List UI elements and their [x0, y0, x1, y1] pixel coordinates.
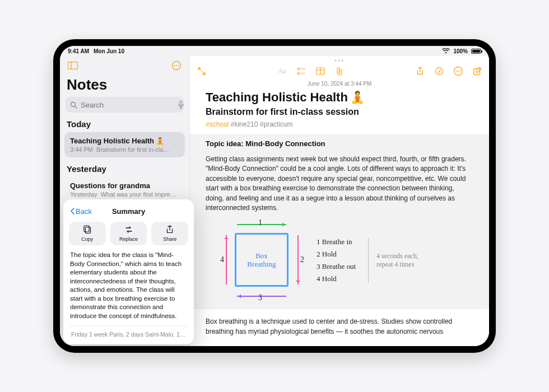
tag-school[interactable]: #school: [206, 120, 229, 128]
topic-heading: Topic idea: Mind-Body Connection: [206, 139, 473, 148]
section-today: Today: [60, 113, 189, 132]
attachment-icon[interactable]: [334, 66, 345, 76]
search-input[interactable]: [81, 101, 175, 109]
note-paragraph-1: Getting class assignments next week but …: [206, 155, 473, 213]
sketch-box-label: Box Breathing: [235, 233, 289, 287]
note-tags: #school #kine210 #practicum: [206, 120, 473, 128]
note-paragraph-2: Box breathing is a technique used to cen…: [206, 317, 473, 337]
summary-text: The topic idea for the class is "Mind-Bo…: [69, 251, 188, 320]
section-yesterday: Yesterday: [60, 157, 189, 177]
svg-rect-0: [68, 62, 78, 69]
table-icon[interactable]: [315, 66, 325, 76]
replace-icon: [113, 225, 145, 234]
step-2: 2 Hold: [317, 250, 356, 259]
box-breathing-sketch: Box Breathing 1 2 3 4 1 Breathe in 2 Hol…: [220, 218, 473, 302]
note-subtitle: Brainstorm for first in-class session: [206, 107, 473, 117]
svg-point-22: [460, 71, 461, 72]
svg-point-4: [176, 65, 177, 66]
share-label: Share: [153, 236, 186, 242]
compose-icon[interactable]: [472, 66, 482, 76]
wifi-icon: [442, 48, 450, 54]
share-button[interactable]: Share: [151, 222, 188, 245]
svg-point-13: [297, 72, 300, 74]
search-icon: [70, 101, 77, 109]
search-field[interactable]: [66, 97, 184, 113]
note-item-title: Teaching Holistic Health: [70, 137, 154, 145]
ipad-frame: 9:41 AM Mon Jun 10 100%: [53, 39, 496, 353]
fullscreen-icon[interactable]: [197, 66, 207, 76]
svg-point-21: [458, 71, 459, 72]
note-body[interactable]: Teaching Holistic Health 🧘 Brainstorm fo…: [190, 87, 489, 346]
replace-label: Replace: [113, 236, 145, 242]
sketch-num-4: 4: [220, 255, 224, 264]
note-item-selected[interactable]: Teaching Holistic Health 🧘 3:44 PM Brain…: [64, 132, 185, 157]
summary-popover: Back Summary Copy Replace: [63, 199, 194, 344]
sketch-note: 4 seconds each, repeat 4 times: [368, 238, 418, 283]
status-time: 9:41 AM: [68, 48, 89, 54]
step-4: 4 Hold: [317, 274, 356, 283]
format-icon[interactable]: Aa: [277, 66, 287, 76]
sidebar-toggle-icon[interactable]: [66, 58, 80, 73]
share-icon: [153, 225, 186, 234]
svg-rect-9: [85, 227, 90, 234]
more-icon[interactable]: [169, 58, 184, 73]
copy-label: Copy: [71, 236, 104, 242]
dictate-icon[interactable]: [178, 101, 184, 109]
note-item-title: Questions for grandma: [70, 181, 150, 190]
sidebar-title: Notes: [60, 75, 189, 97]
back-button[interactable]: Back: [70, 207, 92, 216]
note-item-preview: What was your first impression…: [101, 191, 179, 198]
status-date: Mon Jun 10: [94, 48, 124, 54]
battery-icon: [471, 49, 481, 54]
svg-point-5: [178, 65, 179, 66]
highlighted-section: Topic idea: Mind-Body Connection Getting…: [190, 134, 489, 309]
tag-kine[interactable]: #kine210: [231, 120, 258, 128]
note-item-emoji: 🧘: [156, 137, 164, 145]
note-more-icon[interactable]: [453, 66, 463, 76]
svg-rect-8: [180, 101, 182, 106]
multitask-dots-icon[interactable]: •••: [190, 56, 489, 63]
sketch-num-3: 3: [258, 293, 262, 302]
status-bar: 9:41 AM Mon Jun 10 100%: [60, 46, 489, 56]
copy-button[interactable]: Copy: [69, 222, 106, 245]
note-toolbar: Aa: [190, 63, 489, 80]
note-item[interactable]: Questions for grandma Yesterday What was…: [64, 177, 185, 202]
step-1: 1 Breathe in: [317, 237, 356, 246]
svg-point-11: [297, 68, 300, 70]
note-item-preview: Brainstorm for first in-cla…: [96, 146, 169, 153]
svg-point-20: [456, 71, 457, 72]
copy-icon: [71, 225, 104, 234]
note-editor: ••• Aa: [190, 56, 489, 346]
tag-practicum[interactable]: #practicum: [260, 120, 293, 128]
note-item-time: Yesterday: [70, 191, 97, 198]
screen: 9:41 AM Mon Jun 10 100%: [60, 46, 489, 346]
sketch-num-2: 2: [300, 255, 304, 264]
svg-line-7: [75, 106, 77, 108]
note-title-emoji: 🧘: [350, 91, 365, 104]
share-note-icon[interactable]: [415, 66, 425, 76]
svg-point-3: [174, 65, 175, 66]
back-label: Back: [76, 207, 92, 216]
step-3: 3 Breathe out: [317, 262, 356, 271]
popover-footer: Friday 1 week Paris, 2 days Saint-Malo, …: [69, 326, 188, 338]
popover-title: Summary: [112, 207, 145, 216]
sketch-steps: 1 Breathe in 2 Hold 3 Breathe out 4 Hold: [317, 234, 356, 287]
replace-button[interactable]: Replace: [110, 222, 147, 245]
markup-icon[interactable]: [434, 66, 444, 76]
checklist-icon[interactable]: [296, 66, 306, 76]
note-title: Teaching Holistic Health: [206, 90, 348, 105]
sketch-num-1: 1: [258, 218, 262, 227]
note-item-time: 3:44 PM: [70, 146, 93, 153]
note-datestamp: June 10, 2024 at 3:44 PM: [190, 81, 489, 87]
svg-rect-10: [84, 226, 89, 232]
sidebar: Notes Today Teaching Holistic Health 🧘: [60, 56, 190, 346]
battery-percent: 100%: [453, 48, 468, 54]
